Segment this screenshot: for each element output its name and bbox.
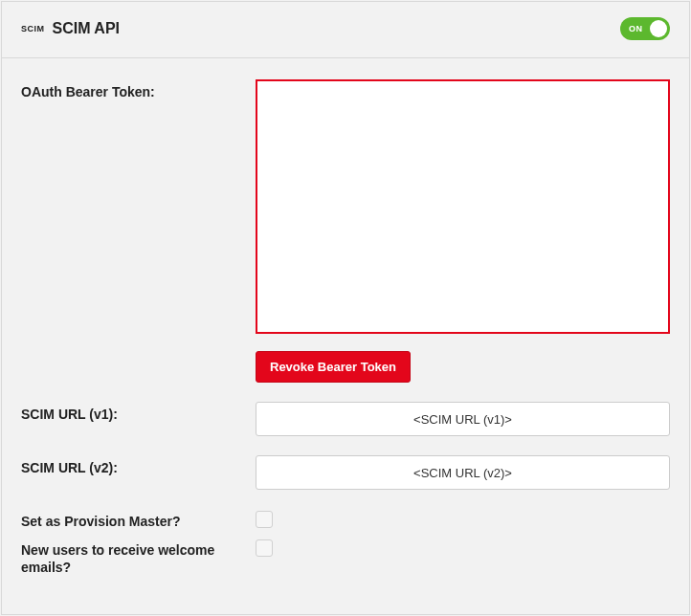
scim-v1-label-col: SCIM URL (v1):	[21, 402, 256, 423]
welcome-emails-label-col: New users to receive welcome emails?	[21, 538, 256, 576]
oauth-bearer-token-input[interactable]	[256, 79, 670, 334]
provision-master-label: Set as Provision Master?	[21, 514, 181, 529]
oauth-label-col: OAuth Bearer Token:	[21, 79, 256, 100]
scim-url-v1-input[interactable]	[256, 402, 670, 436]
oauth-token-label: OAuth Bearer Token:	[21, 84, 155, 99]
scim-url-v2-input[interactable]	[256, 455, 670, 490]
provision-master-control-col	[256, 509, 670, 528]
header-left: SCIM SCIM API	[21, 20, 120, 37]
panel-content: OAuth Bearer Token: Revoke Bearer Token …	[2, 58, 689, 594]
provision-master-row: Set as Provision Master?	[21, 509, 670, 530]
welcome-emails-checkbox[interactable]	[256, 539, 273, 557]
revoke-bearer-token-button[interactable]: Revoke Bearer Token	[256, 351, 411, 383]
scim-v2-label-col: SCIM URL (v2):	[21, 455, 256, 476]
scim-url-v2-label: SCIM URL (v2):	[21, 460, 118, 475]
scim-api-toggle[interactable]: ON	[620, 17, 670, 40]
provision-master-label-col: Set as Provision Master?	[21, 509, 256, 530]
oauth-control-col: Revoke Bearer Token	[256, 79, 670, 383]
welcome-emails-row: New users to receive welcome emails?	[21, 538, 670, 576]
page-title: SCIM API	[53, 20, 121, 37]
oauth-token-row: OAuth Bearer Token: Revoke Bearer Token	[21, 79, 670, 383]
scim-url-v2-row: SCIM URL (v2):	[21, 455, 670, 490]
scim-url-v1-label: SCIM URL (v1):	[21, 407, 118, 422]
scim-v1-control-col	[256, 402, 670, 436]
scim-v2-control-col	[256, 455, 670, 490]
welcome-emails-label: New users to receive welcome emails?	[21, 542, 214, 575]
toggle-knob-icon	[650, 20, 667, 37]
provision-master-checkbox[interactable]	[256, 511, 273, 528]
scim-api-panel: SCIM SCIM API ON OAuth Bearer Token: Rev…	[1, 1, 690, 615]
scim-badge: SCIM	[21, 24, 45, 33]
welcome-emails-control-col	[256, 538, 670, 557]
toggle-on-label: ON	[629, 24, 643, 33]
panel-header: SCIM SCIM API ON	[2, 2, 689, 58]
scim-url-v1-row: SCIM URL (v1):	[21, 402, 670, 436]
